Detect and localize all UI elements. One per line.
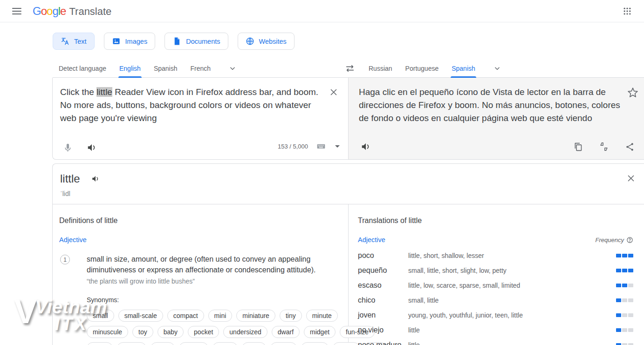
share-translation-icon[interactable] xyxy=(624,141,636,153)
rate-translation-icon[interactable] xyxy=(598,141,610,153)
synonym-chip[interactable]: mini xyxy=(208,310,233,322)
translations-pos-label: Adjective xyxy=(358,236,385,244)
frequency-help-icon[interactable] xyxy=(626,237,633,244)
synonym-chip[interactable]: small-scale xyxy=(118,310,163,322)
translation-word[interactable]: poco xyxy=(358,251,408,260)
synonym-chip[interactable]: midget xyxy=(304,326,336,338)
synonym-chip[interactable]: cute xyxy=(151,342,175,345)
close-dictionary-icon[interactable] xyxy=(625,172,637,184)
character-count: 153 / 5,000 xyxy=(278,143,308,150)
target-lang-russian[interactable]: Russian xyxy=(369,59,392,78)
app-logo[interactable]: Google Translate xyxy=(33,5,111,18)
translation-word[interactable]: pequeño xyxy=(358,266,408,275)
document-icon xyxy=(172,37,181,46)
frequency-bars xyxy=(616,313,633,317)
swap-languages-icon[interactable] xyxy=(341,60,359,77)
frequency-bars xyxy=(616,269,633,272)
copy-translation-icon[interactable] xyxy=(572,141,584,153)
source-text-panel[interactable]: Click the little Reader View icon in Fir… xyxy=(53,78,349,159)
source-lang-detect[interactable]: Detect language xyxy=(59,59,106,78)
translation-word[interactable]: chico xyxy=(358,296,408,304)
hamburger-menu-icon[interactable] xyxy=(7,2,26,20)
tab-documents[interactable]: Documents xyxy=(164,33,228,50)
definitions-heading: Definitions of little xyxy=(59,216,341,225)
translation-meanings: little, low, scarce, sparse, small, limi… xyxy=(408,282,616,289)
microphone-icon[interactable] xyxy=(62,142,74,154)
translation-row: escasolittle, low, scarce, sparse, small… xyxy=(358,278,633,293)
synonym-chip[interactable]: miniature xyxy=(236,310,275,322)
keyboard-options-caret-icon[interactable] xyxy=(334,144,341,149)
translation-row: chicosmall, little xyxy=(358,293,633,308)
synonym-chip[interactable]: small xyxy=(301,342,329,345)
source-lang-english[interactable]: English xyxy=(119,59,141,78)
dictionary-header: little ˈlidl xyxy=(53,164,644,204)
definition-item: 1 small in size, amount, or degree (ofte… xyxy=(59,254,341,345)
synonym-chip[interactable]: compact xyxy=(167,310,204,322)
clear-source-text-icon[interactable] xyxy=(328,86,340,98)
translation-rows: pocolittle, short, shallow, lesserpequeñ… xyxy=(358,248,633,345)
synonym-chip[interactable]: minuscule xyxy=(87,326,128,338)
translation-word[interactable]: escaso xyxy=(358,281,408,290)
source-text-before: Click the xyxy=(60,87,96,97)
frequency-label: Frequency xyxy=(596,237,633,244)
product-title: Translate xyxy=(69,6,111,18)
listen-source-speaker-icon[interactable] xyxy=(86,142,98,154)
tab-images-label: Images xyxy=(125,38,148,45)
synonym-chip[interactable]: baby xyxy=(158,326,184,338)
frequency-bars xyxy=(616,298,633,302)
translation-word[interactable]: poco maduro xyxy=(358,341,408,345)
translate-text-icon xyxy=(61,37,69,46)
frequency-bars xyxy=(616,284,633,287)
synonym-chip[interactable]: dainty xyxy=(117,342,146,345)
synonym-chip[interactable]: undersized xyxy=(223,326,267,338)
google-logo: Google xyxy=(33,5,66,18)
synonym-chip[interactable]: bijou xyxy=(87,342,113,345)
synonym-chip[interactable]: tiny xyxy=(280,310,302,322)
translation-meanings: young, youth, youthful, junior, teen, li… xyxy=(408,311,616,319)
language-bar: Detect language English Spanish French R… xyxy=(53,59,644,78)
synonym-chip[interactable]: short xyxy=(270,342,297,345)
source-lang-chevron-down-icon[interactable] xyxy=(226,62,239,74)
synonym-chip[interactable]: minute xyxy=(306,310,338,322)
source-lang-spanish[interactable]: Spanish xyxy=(154,59,178,78)
synonym-chip[interactable]: small xyxy=(87,310,114,322)
target-lang-chevron-down-icon[interactable] xyxy=(491,62,503,74)
tab-text[interactable]: Text xyxy=(53,33,95,50)
synonym-chip[interactable]: dwarf xyxy=(272,326,300,338)
translation-row: pequeñosmall, little, short, slight, low… xyxy=(358,263,633,278)
synonym-chip[interactable]: sweet xyxy=(179,342,208,345)
synonyms-label: Synonyms: xyxy=(87,296,324,304)
translation-word[interactable]: no viejo xyxy=(358,326,408,334)
translated-text[interactable]: Haga clic en el pequeño ícono de Vista d… xyxy=(359,86,622,125)
translation-meanings: little xyxy=(408,326,616,334)
google-apps-grid-icon[interactable] xyxy=(618,2,637,20)
virtual-keyboard-icon[interactable] xyxy=(315,141,327,152)
target-lang-spanish[interactable]: Spanish xyxy=(452,59,475,78)
headword: little xyxy=(60,172,80,185)
tab-websites[interactable]: Websites xyxy=(238,33,295,50)
synonym-chip[interactable]: wee xyxy=(242,342,266,345)
save-translation-star-icon[interactable] xyxy=(626,86,639,99)
tab-websites-label: Websites xyxy=(259,38,287,45)
source-text[interactable]: Click the little Reader View icon in Fir… xyxy=(60,86,322,125)
synonym-chip[interactable]: pocket xyxy=(188,326,219,338)
translation-row: pocolittle, short, shallow, lesser xyxy=(358,248,633,263)
synonym-chip-row: smallsmall-scalecompactminiminiaturetiny… xyxy=(87,310,324,322)
frequency-bars xyxy=(616,343,633,345)
mode-tabs: Text Images Documents xyxy=(53,33,644,50)
synonym-chips: smallsmall-scalecompactminiminiaturetiny… xyxy=(87,310,324,345)
translation-row: jovenyoung, youth, youthful, junior, tee… xyxy=(358,308,633,323)
source-lang-french[interactable]: French xyxy=(190,59,211,78)
target-lang-portuguese[interactable]: Portuguese xyxy=(405,59,439,78)
tab-images[interactable]: Images xyxy=(104,33,156,50)
translation-word[interactable]: joven xyxy=(358,311,408,319)
synonym-chip-row: bijoudaintycutesweetdearweeshortsmallsli… xyxy=(87,342,324,345)
source-language-group: Detect language English Spanish French xyxy=(59,59,239,78)
synonym-chip[interactable]: dear xyxy=(212,342,238,345)
synonym-chip[interactable]: toy xyxy=(132,326,153,338)
translations-section: Translations of little Adjective Frequen… xyxy=(349,204,644,345)
dictionary-card: little ˈlidl Definit xyxy=(52,163,644,345)
listen-translation-speaker-icon[interactable] xyxy=(360,141,372,153)
source-text-highlighted-word[interactable]: little xyxy=(96,87,112,97)
pronounce-headword-speaker-icon[interactable] xyxy=(90,174,101,184)
